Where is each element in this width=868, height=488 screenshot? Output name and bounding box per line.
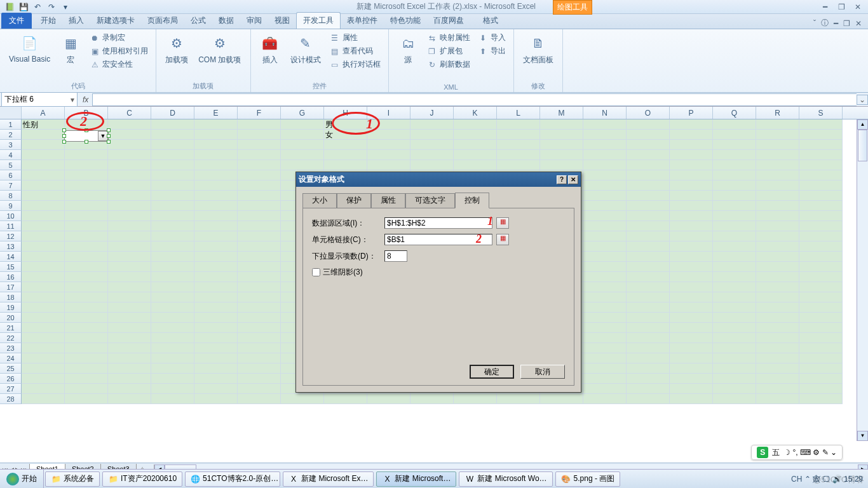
cell[interactable] — [583, 262, 627, 272]
cell[interactable] — [108, 394, 151, 404]
cell[interactable] — [799, 221, 843, 231]
cell[interactable] — [583, 191, 627, 201]
cell[interactable] — [627, 282, 670, 292]
cell[interactable] — [627, 231, 670, 241]
cell[interactable] — [670, 160, 713, 170]
cell[interactable] — [151, 262, 194, 272]
cell[interactable] — [65, 323, 108, 333]
cell[interactable] — [194, 374, 238, 384]
minimize-icon[interactable]: ━ — [817, 2, 832, 12]
cell[interactable] — [108, 160, 151, 170]
cell[interactable] — [670, 170, 713, 180]
file-tab[interactable]: 文件 — [1, 13, 32, 29]
cell[interactable] — [65, 170, 108, 180]
cell[interactable] — [22, 343, 65, 353]
cell[interactable] — [583, 201, 627, 211]
name-box[interactable]: 下拉框 6▾ — [1, 92, 78, 107]
cell[interactable] — [151, 211, 194, 221]
cell[interactable] — [713, 313, 756, 323]
row-header[interactable]: 23 — [0, 343, 22, 353]
view-code-button[interactable]: ▤查看代码 — [329, 45, 382, 57]
cell[interactable] — [151, 313, 194, 323]
cell[interactable] — [281, 150, 324, 160]
cell[interactable] — [670, 221, 713, 231]
cell[interactable] — [194, 180, 238, 191]
cell[interactable] — [22, 262, 65, 272]
scroll-down-icon[interactable]: ▼ — [857, 431, 868, 441]
cell[interactable] — [670, 191, 713, 201]
cell[interactable] — [238, 252, 281, 262]
cell[interactable] — [756, 272, 799, 282]
cell[interactable] — [238, 180, 281, 191]
cell[interactable] — [756, 191, 799, 201]
cell[interactable] — [151, 374, 194, 384]
cell[interactable] — [108, 374, 151, 384]
undo-icon[interactable]: ↶ — [32, 1, 43, 13]
cell[interactable] — [670, 150, 713, 160]
ime-mode[interactable]: 五 — [772, 447, 780, 458]
cell[interactable] — [238, 313, 281, 323]
cell[interactable] — [670, 231, 713, 241]
cell[interactable] — [799, 394, 843, 404]
cell[interactable] — [713, 353, 756, 363]
cell[interactable] — [454, 160, 497, 170]
cell[interactable] — [713, 180, 756, 191]
cell[interactable] — [627, 343, 670, 353]
cell[interactable] — [799, 353, 843, 363]
cell[interactable] — [194, 150, 238, 160]
cell[interactable] — [756, 130, 799, 140]
tab-data[interactable]: 数据 — [212, 13, 240, 29]
cell[interactable] — [454, 150, 497, 160]
cell[interactable] — [583, 302, 627, 313]
vertical-scrollbar[interactable]: ▲ ▼ — [857, 119, 868, 441]
cell[interactable] — [670, 262, 713, 272]
cell[interactable] — [627, 252, 670, 262]
cell[interactable] — [22, 180, 65, 191]
cell[interactable] — [65, 150, 108, 160]
cell[interactable] — [670, 363, 713, 374]
cell[interactable] — [151, 191, 194, 201]
cell[interactable] — [22, 252, 65, 262]
cell[interactable] — [367, 150, 410, 160]
cell[interactable] — [151, 231, 194, 241]
row-header[interactable]: 21 — [0, 323, 22, 333]
properties-button[interactable]: ☰属性 — [329, 32, 382, 44]
cell[interactable] — [497, 150, 540, 160]
cell[interactable] — [756, 119, 799, 130]
cell[interactable] — [583, 180, 627, 191]
row-header[interactable]: 1 — [0, 119, 22, 130]
cell[interactable] — [670, 313, 713, 323]
cell[interactable] — [540, 130, 583, 140]
tab-review[interactable]: 审阅 — [240, 13, 268, 29]
dialog-tab-control[interactable]: 控制 — [455, 193, 489, 208]
document-panel-button[interactable]: 🗎文档面板 — [520, 32, 556, 67]
combobox-control[interactable]: ▼ — [64, 130, 109, 142]
redo-icon[interactable]: ↷ — [46, 1, 57, 13]
cell[interactable] — [670, 394, 713, 404]
cell[interactable] — [65, 231, 108, 241]
cell[interactable] — [670, 292, 713, 302]
cell[interactable] — [713, 241, 756, 252]
cell[interactable] — [22, 130, 65, 140]
cell[interactable] — [238, 140, 281, 150]
cell[interactable] — [238, 363, 281, 374]
cell[interactable] — [670, 374, 713, 384]
record-macro-button[interactable]: ⏺录制宏 — [88, 32, 149, 44]
cell[interactable] — [194, 343, 238, 353]
cell[interactable] — [65, 241, 108, 252]
cell[interactable] — [627, 221, 670, 231]
cell[interactable] — [281, 394, 324, 404]
cell[interactable] — [151, 272, 194, 282]
cell[interactable] — [540, 150, 583, 160]
cell[interactable] — [108, 313, 151, 323]
cell[interactable] — [713, 150, 756, 160]
cell[interactable] — [670, 323, 713, 333]
row-header[interactable]: 22 — [0, 333, 22, 343]
cell[interactable] — [22, 374, 65, 384]
cell[interactable] — [65, 333, 108, 343]
dialog-tab-protect[interactable]: 保护 — [337, 193, 371, 209]
cell[interactable] — [583, 353, 627, 363]
cell[interactable] — [238, 262, 281, 272]
cell[interactable] — [454, 394, 497, 404]
cell[interactable] — [108, 353, 151, 363]
